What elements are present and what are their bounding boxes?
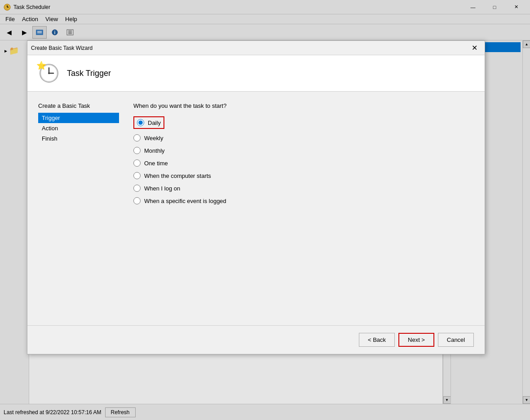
- radio-onetime[interactable]: [133, 159, 141, 167]
- wizard-question: When do you want the task to start?: [133, 102, 474, 109]
- radio-startup[interactable]: [133, 172, 141, 179]
- option-weekly[interactable]: Weekly: [133, 134, 474, 141]
- option-daily[interactable]: Daily: [133, 116, 474, 129]
- wizard-nav-finish[interactable]: Finish: [38, 133, 119, 144]
- radio-daily[interactable]: [137, 119, 144, 126]
- wizard-footer: < Back Next > Cancel: [27, 325, 485, 354]
- option-onetime[interactable]: One time: [133, 159, 474, 167]
- label-weekly: Weekly: [144, 135, 163, 141]
- svg-point-16: [48, 72, 50, 74]
- label-daily: Daily: [148, 119, 161, 126]
- cancel-button[interactable]: Cancel: [438, 333, 474, 347]
- modal-overlay: Create Basic Task Wizard ✕ ⭐ Task Trigge…: [0, 0, 530, 420]
- wizard-nav-trigger[interactable]: Trigger: [38, 113, 119, 123]
- wizard-nav-title: Create a Basic Task: [38, 102, 119, 109]
- option-startup[interactable]: When the computer starts: [133, 172, 474, 179]
- wizard-header-icon: ⭐: [38, 62, 60, 84]
- radio-group: Daily Weekly Monthly: [133, 116, 474, 204]
- next-button[interactable]: Next >: [398, 333, 434, 347]
- radio-event[interactable]: [133, 197, 141, 204]
- wizard-header-title: Task Trigger: [67, 69, 111, 78]
- wizard-close-button[interactable]: ✕: [468, 43, 481, 53]
- option-event[interactable]: When a specific event is logged: [133, 197, 474, 204]
- radio-monthly[interactable]: [133, 147, 141, 154]
- label-monthly: Monthly: [144, 147, 165, 154]
- back-button[interactable]: < Back: [359, 333, 395, 347]
- wizard-nav: Create a Basic Task Trigger Action Finis…: [38, 102, 119, 314]
- radio-logon[interactable]: [133, 185, 141, 192]
- label-onetime: One time: [144, 160, 168, 167]
- option-logon[interactable]: When I log on: [133, 185, 474, 192]
- wizard-title-text: Create Basic Task Wizard: [31, 45, 468, 51]
- wizard-body: Create a Basic Task Trigger Action Finis…: [27, 92, 485, 325]
- star-icon: ⭐: [36, 61, 46, 71]
- option-monthly[interactable]: Monthly: [133, 147, 474, 154]
- wizard-content: When do you want the task to start? Dail…: [133, 102, 474, 314]
- radio-weekly[interactable]: [133, 134, 141, 141]
- wizard-dialog: Create Basic Task Wizard ✕ ⭐ Task Trigge…: [27, 40, 485, 354]
- wizard-nav-action[interactable]: Action: [38, 123, 119, 133]
- wizard-header: ⭐ Task Trigger: [27, 55, 485, 92]
- label-logon: When I log on: [144, 185, 180, 192]
- main-window: Task Scheduler — □ ✕ File Action View He…: [0, 0, 530, 420]
- label-event: When a specific event is logged: [144, 198, 226, 204]
- wizard-title-bar: Create Basic Task Wizard ✕: [27, 41, 485, 55]
- label-startup: When the computer starts: [144, 172, 211, 179]
- daily-highlight-box: Daily: [133, 116, 164, 129]
